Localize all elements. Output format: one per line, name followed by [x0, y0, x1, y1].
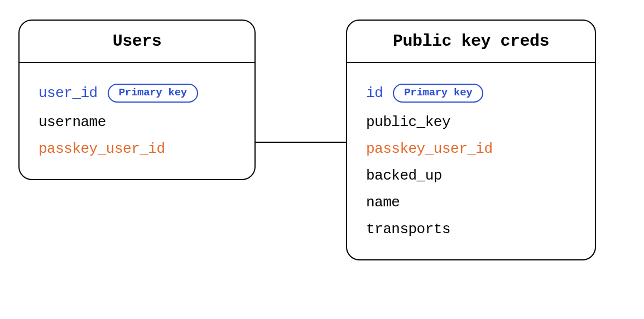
field-id: id: [366, 86, 383, 100]
primary-key-badge: Primary key: [393, 84, 483, 103]
field-row: username: [39, 109, 236, 136]
field-row: passkey_user_id: [366, 136, 576, 162]
field-row: user_id Primary key: [39, 78, 236, 109]
field-row: name: [366, 189, 576, 216]
field-name: name: [366, 195, 400, 210]
field-user-id: user_id: [39, 86, 98, 100]
entity-users-title: Users: [20, 21, 254, 63]
entity-creds-title: Public key creds: [347, 21, 595, 63]
entity-public-key-creds: Public key creds id Primary key public_k…: [346, 20, 596, 260]
primary-key-badge: Primary key: [108, 84, 198, 103]
entity-users-body: user_id Primary key username passkey_use…: [20, 63, 254, 179]
field-row: public_key: [366, 109, 576, 136]
entity-users: Users user_id Primary key username passk…: [18, 20, 256, 180]
field-row: passkey_user_id: [39, 136, 236, 162]
field-transports: transports: [366, 222, 450, 236]
entity-creds-body: id Primary key public_key passkey_user_i…: [347, 63, 595, 259]
relationship-connector: [256, 142, 346, 143]
field-username: username: [39, 115, 106, 129]
field-backed-up: backed_up: [366, 168, 442, 183]
field-passkey-user-id: passkey_user_id: [39, 142, 165, 156]
field-row: transports: [366, 216, 576, 243]
field-passkey-user-id: passkey_user_id: [366, 142, 493, 156]
field-public-key: public_key: [366, 115, 450, 129]
field-row: backed_up: [366, 162, 576, 189]
field-row: id Primary key: [366, 78, 576, 109]
